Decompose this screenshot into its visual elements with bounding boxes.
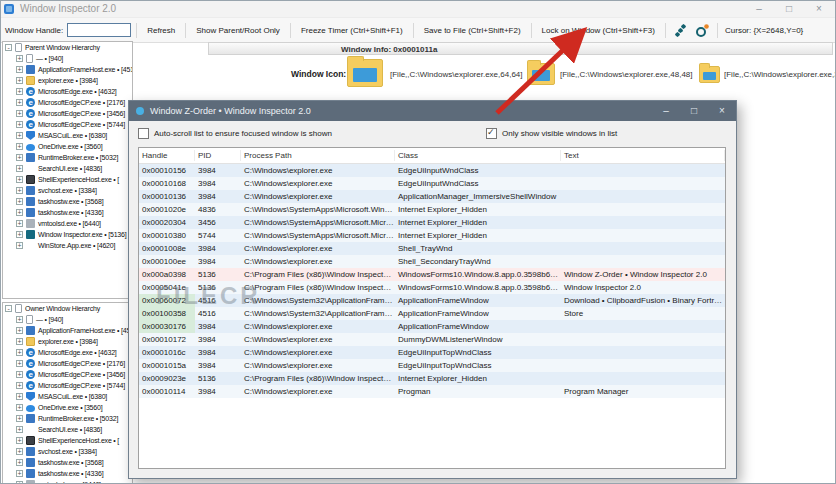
expand-icon[interactable]: + (16, 470, 23, 477)
tree-item[interactable]: +explorer.exe • [3984] (3, 75, 132, 86)
tree-item[interactable]: +RuntimeBroker.exe • [5032] (3, 152, 132, 163)
expand-icon[interactable]: + (16, 55, 23, 62)
toolbar-button-show-parent-root-only[interactable]: Show Parent/Root Only (191, 26, 285, 35)
locate-target-icon[interactable] (694, 23, 710, 38)
tree-item[interactable]: +— • [940] (3, 314, 132, 325)
column-header-pid[interactable]: PID (195, 150, 241, 161)
tree-item[interactable]: +MSASCuiL.exe • [6380] (3, 391, 132, 402)
expand-icon[interactable]: + (16, 66, 23, 73)
table-row[interactable]: 0x000101143984C:\Windows\explorer.exePro… (139, 385, 725, 398)
checkbox-icon[interactable] (138, 128, 149, 139)
expand-icon[interactable]: + (16, 371, 23, 378)
tree-root[interactable]: -Parent Window Hierarchy (3, 42, 132, 53)
expand-icon[interactable]: + (16, 231, 23, 238)
tree-item[interactable]: +ShellExperienceHost.exe • [ (3, 174, 132, 185)
expand-icon[interactable]: + (16, 327, 23, 334)
dialog-maximize-button[interactable]: □ (680, 101, 708, 121)
minimize-button[interactable]: – (744, 0, 774, 17)
table-row[interactable]: 0x000101363984C:\Windows\explorer.exeApp… (139, 190, 725, 203)
table-row[interactable]: 0x000a03985136C:\Program Files (x86)\Win… (139, 268, 725, 281)
tree-item[interactable]: +WinStore.App.exe • [4620] (3, 240, 132, 251)
expand-icon[interactable]: + (16, 77, 23, 84)
expand-icon[interactable]: + (16, 187, 23, 194)
table-row[interactable]: 0x0001020e4836C:\Windows\SystemApps\Micr… (139, 203, 725, 216)
tree-item[interactable]: +ApplicationFrameHost.exe • [4516] (3, 64, 132, 75)
expand-icon[interactable]: + (16, 121, 23, 128)
expand-icon[interactable]: + (16, 338, 23, 345)
collapse-icon[interactable]: - (5, 305, 12, 312)
table-row[interactable]: 0x0005041e5136C:\Program Files (x86)\Win… (139, 281, 725, 294)
expand-icon[interactable]: + (16, 143, 23, 150)
table-row[interactable]: 0x0001016c3984C:\Windows\explorer.exeEdg… (139, 346, 725, 359)
tree-item[interactable]: +eMicrosoftEdgeCP.exe • [3456] (3, 369, 132, 380)
close-button[interactable]: × (804, 0, 834, 17)
tree-item[interactable]: +RuntimeBroker.exe • [5032] (3, 413, 132, 424)
tree-item[interactable]: +eMicrosoftEdge.exe • [4632] (3, 86, 132, 97)
column-header-text[interactable]: Text (561, 150, 725, 161)
expand-icon[interactable]: + (16, 437, 23, 444)
tree-item[interactable]: +eMicrosoftEdgeCP.exe • [3456] (3, 108, 132, 119)
expand-icon[interactable]: + (16, 220, 23, 227)
expand-icon[interactable]: + (16, 459, 23, 466)
column-header-class[interactable]: Class (395, 150, 561, 161)
table-row[interactable]: 0x000203043456C:\Windows\SystemApps\Micr… (139, 216, 725, 229)
window-handle-input[interactable] (67, 23, 131, 37)
autoscroll-checkbox[interactable]: Auto-scroll list to ensure focused windo… (138, 128, 332, 139)
visible-only-checkbox[interactable]: Only show visible windows in list (486, 128, 617, 139)
toolbar-button-freeze-timer-ctrl-shift-f1[interactable]: Freeze Timer (Ctrl+Shift+F1) (296, 26, 408, 35)
tree-item[interactable]: +eMicrosoftEdgeCP.exe • [2176] (3, 358, 132, 369)
expand-icon[interactable]: + (16, 110, 23, 117)
dialog-titlebar[interactable]: Window Z-Order • Window Inspector 2.0 – … (129, 101, 736, 121)
tree-item[interactable]: +SearchUI.exe • [4836] (3, 163, 132, 174)
table-row[interactable]: 0x000101723984C:\Windows\explorer.exeDum… (139, 333, 725, 346)
tree-item[interactable]: +explorer.exe • [3984] (3, 336, 132, 347)
tree-item[interactable]: +taskhostw.exe • [4336] (3, 468, 132, 479)
column-header-process-path[interactable]: Process Path (241, 150, 395, 161)
expand-icon[interactable]: + (16, 382, 23, 389)
tree-item[interactable]: +ShellExperienceHost.exe • [ (3, 435, 132, 446)
expand-icon[interactable]: + (16, 404, 23, 411)
table-row[interactable]: 0x0009023e5136C:\Program Files (x86)\Win… (139, 372, 725, 385)
tree-item[interactable]: +eMicrosoftEdgeCP.exe • [2176] (3, 97, 132, 108)
toolbar-button-refresh[interactable]: Refresh (142, 26, 180, 35)
tree-item[interactable]: +OneDrive.exe • [3560] (3, 141, 132, 152)
tree-item[interactable]: +vmtoolsd.exe • [6440] (3, 479, 132, 484)
expand-icon[interactable]: + (16, 349, 23, 356)
expand-icon[interactable]: + (16, 198, 23, 205)
toolbar-button-lock-on-window-ctrl-shift-f3[interactable]: Lock on Window (Ctrl+Shift+F3) (537, 26, 660, 35)
tree-root[interactable]: -Owner Window Hierarchy (3, 303, 132, 314)
tree-item[interactable]: +vmtoolsd.exe • [6440] (3, 218, 132, 229)
collapse-icon[interactable]: - (5, 44, 12, 51)
table-row[interactable]: 0x000101683984C:\Windows\explorer.exeEdg… (139, 177, 725, 190)
expand-icon[interactable]: + (16, 99, 23, 106)
expand-icon[interactable]: + (16, 426, 23, 433)
tree-item[interactable]: +taskhostw.exe • [3568] (3, 196, 132, 207)
tree-item[interactable]: +— • [940] (3, 53, 132, 64)
column-header-handle[interactable]: Handle (139, 150, 195, 161)
checkbox-icon[interactable] (486, 128, 497, 139)
table-row[interactable]: 0x0001015a3984C:\Windows\explorer.exeEdg… (139, 359, 725, 372)
expand-icon[interactable]: + (16, 242, 23, 249)
tree-item[interactable]: +eMicrosoftEdgeCP.exe • [5744] (3, 119, 132, 130)
table-row[interactable]: 0x0001008e3984C:\Windows\explorer.exeShe… (139, 242, 725, 255)
tree-item[interactable]: +taskhostw.exe • [3568] (3, 457, 132, 468)
toolbar-button-save-to-file-ctrl-shift-f2[interactable]: Save to File (Ctrl+Shift+F2) (419, 26, 526, 35)
maximize-button[interactable]: □ (774, 0, 804, 17)
expand-icon[interactable]: + (16, 176, 23, 183)
tree-item[interactable]: +eMicrosoftEdgeCP.exe • [5744] (3, 380, 132, 391)
table-row[interactable]: 0x000103805744C:\Windows\SystemApps\Micr… (139, 229, 725, 242)
tree-item[interactable]: +ApplicationFrameHost.exe • [4516] (3, 325, 132, 336)
expand-icon[interactable]: + (16, 448, 23, 455)
tree-item[interactable]: +OneDrive.exe • [3560] (3, 402, 132, 413)
tree-item[interactable]: +eMicrosoftEdge.exe • [4632] (3, 347, 132, 358)
tree-item[interactable]: +svchost.exe • [3384] (3, 446, 132, 457)
z-order-links-icon[interactable] (673, 23, 688, 38)
tree-item[interactable]: +SearchUI.exe • [4836] (3, 424, 132, 435)
tree-item[interactable]: +taskhostw.exe • [4336] (3, 207, 132, 218)
table-row[interactable]: 0x001003584516C:\Windows\System32\Applic… (139, 307, 725, 320)
expand-icon[interactable]: + (16, 132, 23, 139)
expand-icon[interactable]: + (16, 209, 23, 216)
expand-icon[interactable]: + (16, 88, 23, 95)
dialog-close-button[interactable]: × (708, 101, 736, 121)
expand-icon[interactable]: + (16, 415, 23, 422)
